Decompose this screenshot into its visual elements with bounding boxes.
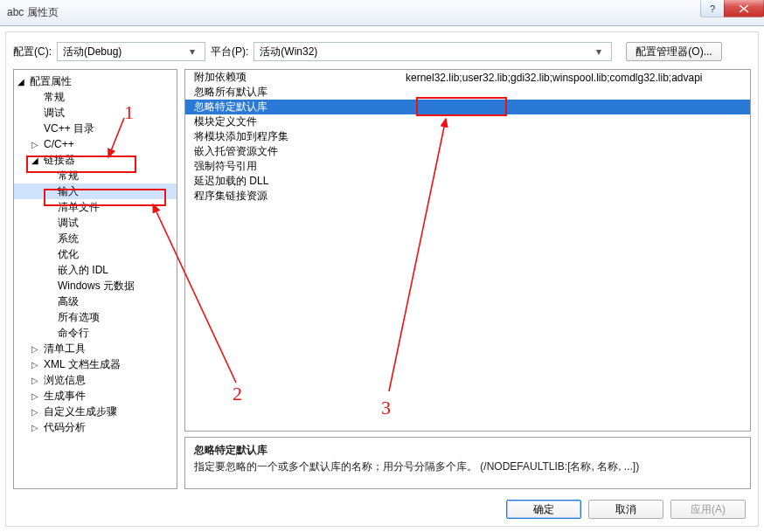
property-row[interactable]: 强制符号引用	[185, 159, 750, 174]
tree-item-label: 代码分析	[44, 420, 86, 435]
tree-item[interactable]: ▷优化	[14, 246, 177, 262]
config-combo[interactable]: 活动(Debug) ▾	[57, 42, 205, 61]
property-grid[interactable]: 附加依赖项kernel32.lib;user32.lib;gdi32.lib;w…	[184, 69, 751, 432]
property-name: 附加依赖项	[185, 70, 400, 85]
window-titlebar: abc 属性页 ?	[0, 0, 764, 26]
apply-button[interactable]: 应用(A)	[670, 500, 746, 519]
chevron-down-icon: ▾	[185, 45, 199, 58]
platform-label: 平台(P):	[211, 45, 248, 59]
triangle-right-icon: ▷	[31, 391, 40, 401]
tree-item[interactable]: ▷高级	[14, 294, 177, 309]
config-manager-button[interactable]: 配置管理器(O)...	[626, 42, 721, 61]
description-panel: 忽略特定默认库 指定要忽略的一个或多个默认库的名称；用分号分隔多个库。 (/NO…	[184, 437, 751, 489]
platform-combo[interactable]: 活动(Win32) ▾	[254, 42, 612, 61]
triangle-right-icon: ▷	[31, 140, 40, 149]
tree-item-label: 优化	[58, 247, 79, 262]
dialog-content: 配置(C): 活动(Debug) ▾ 平台(P): 活动(Win32) ▾ 配置…	[5, 31, 759, 527]
tree-item-label: 命令行	[58, 326, 89, 341]
tree-item[interactable]: ▷清单文件	[14, 199, 177, 215]
tree-item-label: 常规	[44, 90, 65, 105]
config-value: 活动(Debug)	[63, 45, 122, 59]
property-value[interactable]: kernel32.lib;user32.lib;gdi32.lib;winspo…	[400, 72, 750, 84]
tree-item[interactable]: ▷常规	[14, 89, 177, 105]
property-name: 模块定义文件	[185, 114, 400, 129]
tree-item[interactable]: ▷清单工具	[14, 341, 177, 356]
tree-item[interactable]: ▷系统	[14, 231, 177, 246]
tree-item-label: Windows 元数据	[58, 279, 135, 294]
property-row[interactable]: 程序集链接资源	[185, 189, 750, 204]
tree-item[interactable]: ▷所有选项	[14, 309, 177, 325]
property-row[interactable]: 忽略所有默认库	[185, 85, 750, 100]
tree-item-label: 清单文件	[58, 200, 100, 215]
property-row[interactable]: 附加依赖项kernel32.lib;user32.lib;gdi32.lib;w…	[185, 70, 750, 85]
close-button[interactable]	[724, 0, 764, 17]
triangle-right-icon: ▷	[31, 407, 40, 417]
tree-item[interactable]: ▷嵌入的 IDL	[14, 262, 177, 278]
property-name: 将模块添加到程序集	[185, 129, 400, 144]
triangle-down-icon: ◢	[31, 155, 40, 165]
tree-item-label: 浏览信息	[44, 373, 86, 388]
tree-item-label: 生成事件	[44, 389, 86, 404]
triangle-right-icon: ▷	[31, 423, 40, 432]
tree-item-label: 配置属性	[30, 74, 72, 89]
window-title: abc 属性页	[7, 5, 59, 20]
property-name: 嵌入托管资源文件	[185, 144, 400, 159]
category-tree[interactable]: ◢配置属性▷常规▷调试▷VC++ 目录▷C/C++◢链接器▷常规▷输入▷清单文件…	[13, 69, 177, 489]
ok-button[interactable]: 确定	[506, 500, 581, 519]
triangle-right-icon: ▷	[31, 376, 40, 385]
triangle-right-icon: ▷	[31, 344, 40, 354]
tree-item[interactable]: ▷C/C++	[14, 136, 177, 152]
tree-item[interactable]: ▷VC++ 目录	[14, 121, 177, 136]
tree-item[interactable]: ◢链接器	[14, 152, 177, 168]
triangle-right-icon: ▷	[31, 360, 40, 370]
tree-item-label: 常规	[58, 169, 79, 183]
tree-item[interactable]: ▷调试	[14, 215, 177, 231]
chevron-down-icon: ▾	[592, 45, 606, 58]
tree-item[interactable]: ▷代码分析	[14, 419, 177, 435]
property-row[interactable]: 延迟加载的 DLL	[185, 174, 750, 189]
tree-item[interactable]: ▷自定义生成步骤	[14, 404, 177, 419]
tree-item-label: 自定义生成步骤	[44, 404, 117, 419]
property-row[interactable]: 嵌入托管资源文件	[185, 144, 750, 159]
tree-item[interactable]: ◢配置属性	[14, 73, 177, 89]
property-name: 忽略特定默认库	[185, 100, 400, 114]
tree-item[interactable]: ▷Windows 元数据	[14, 278, 177, 294]
tree-item-label: 输入	[58, 184, 79, 199]
tree-item-label: 嵌入的 IDL	[58, 263, 108, 278]
tree-item-label: 链接器	[44, 153, 75, 168]
property-name: 程序集链接资源	[185, 189, 400, 204]
property-name: 延迟加载的 DLL	[185, 174, 400, 189]
property-name: 强制符号引用	[185, 159, 400, 174]
property-row[interactable]: 将模块添加到程序集	[185, 129, 750, 144]
property-row[interactable]: 忽略特定默认库LIBCD.lib▾	[185, 100, 750, 114]
tree-item[interactable]: ▷浏览信息	[14, 372, 177, 388]
triangle-down-icon: ◢	[17, 77, 26, 86]
tree-item-label: 高级	[58, 294, 79, 309]
platform-value: 活动(Win32)	[260, 45, 317, 59]
property-row[interactable]: 模块定义文件	[185, 114, 750, 129]
help-button[interactable]: ?	[700, 0, 725, 17]
tree-item-label: 系统	[58, 231, 79, 246]
tree-item[interactable]: ▷命令行	[14, 325, 177, 341]
tree-item-label: 清单工具	[44, 342, 86, 356]
tree-item-label: XML 文档生成器	[44, 357, 121, 372]
tree-item[interactable]: ▷生成事件	[14, 388, 177, 404]
tree-item[interactable]: ▷XML 文档生成器	[14, 356, 177, 372]
description-title: 忽略特定默认库	[194, 443, 741, 458]
tree-item-label: 调试	[44, 106, 65, 121]
description-body: 指定要忽略的一个或多个默认库的名称；用分号分隔多个库。 (/NODEFAULTL…	[194, 459, 741, 474]
tree-item-label: 调试	[58, 216, 79, 231]
property-name: 忽略所有默认库	[185, 85, 400, 100]
tree-item-label: 所有选项	[58, 310, 100, 325]
cancel-button[interactable]: 取消	[588, 500, 663, 519]
config-label: 配置(C):	[13, 45, 52, 59]
tree-item-label: VC++ 目录	[44, 121, 94, 136]
tree-item-label: C/C++	[44, 138, 74, 150]
tree-item[interactable]: ▷输入	[14, 183, 177, 199]
tree-item[interactable]: ▷常规	[14, 168, 177, 183]
tree-item[interactable]: ▷调试	[14, 105, 177, 121]
